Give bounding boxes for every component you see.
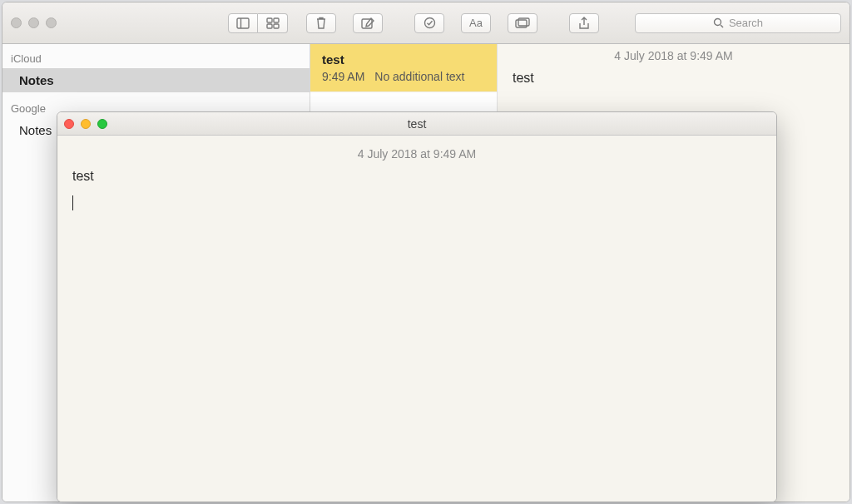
checklist-button[interactable] bbox=[414, 13, 444, 33]
folders-icon bbox=[515, 17, 530, 29]
float-timestamp: 4 July 2018 at 9:49 AM bbox=[57, 136, 776, 169]
svg-line-11 bbox=[721, 25, 723, 27]
main-toolbar: Aa Search bbox=[2, 2, 850, 44]
search-icon bbox=[713, 17, 724, 28]
search-input[interactable]: Search bbox=[635, 13, 841, 33]
svg-point-10 bbox=[714, 19, 721, 26]
sidebar-item-label: Notes bbox=[19, 73, 54, 87]
note-title: test bbox=[322, 52, 485, 67]
float-traffic-lights bbox=[64, 119, 107, 129]
svg-point-7 bbox=[424, 18, 434, 28]
search-placeholder: Search bbox=[729, 17, 763, 29]
editor-content: test bbox=[498, 62, 850, 94]
note-float-window: test 4 July 2018 at 9:49 AM test bbox=[57, 111, 777, 502]
view-grid-button[interactable] bbox=[258, 13, 288, 33]
traffic-light-minimize[interactable] bbox=[81, 119, 91, 129]
delete-button[interactable] bbox=[306, 13, 336, 33]
share-button[interactable] bbox=[569, 13, 599, 33]
note-list-item[interactable]: test 9:49 AM No additional text bbox=[310, 44, 497, 92]
main-traffic-lights bbox=[11, 17, 57, 28]
new-note-button[interactable] bbox=[353, 13, 383, 33]
editor-timestamp: 4 July 2018 at 9:49 AM bbox=[498, 49, 850, 62]
note-subline: 9:49 AM No additional text bbox=[322, 70, 485, 83]
svg-rect-3 bbox=[274, 18, 279, 22]
sidebar-section-header: iCloud bbox=[2, 49, 310, 68]
svg-rect-5 bbox=[274, 24, 279, 28]
format-icon: Aa bbox=[469, 17, 483, 29]
grid-view-icon bbox=[266, 17, 280, 29]
traffic-light-zoom[interactable] bbox=[46, 17, 57, 28]
compose-icon bbox=[361, 17, 374, 29]
traffic-light-close[interactable] bbox=[64, 119, 74, 129]
list-view-icon bbox=[236, 17, 250, 29]
svg-rect-2 bbox=[267, 18, 272, 22]
traffic-light-minimize[interactable] bbox=[28, 17, 39, 28]
traffic-light-zoom[interactable] bbox=[97, 119, 107, 129]
float-text: test bbox=[72, 169, 94, 183]
text-cursor bbox=[72, 195, 73, 210]
folder-button[interactable] bbox=[508, 13, 537, 33]
share-icon bbox=[578, 17, 590, 30]
note-time: 9:49 AM bbox=[322, 70, 364, 83]
svg-rect-4 bbox=[267, 24, 272, 28]
sidebar-item-notes-icloud[interactable]: Notes bbox=[2, 68, 310, 92]
svg-rect-0 bbox=[237, 18, 249, 28]
note-preview: No additional text bbox=[374, 70, 464, 83]
float-editor[interactable]: 4 July 2018 at 9:49 AM test bbox=[57, 136, 776, 502]
float-content: test bbox=[57, 169, 776, 211]
format-button[interactable]: Aa bbox=[461, 13, 491, 33]
traffic-light-close[interactable] bbox=[11, 17, 22, 28]
trash-icon bbox=[315, 17, 327, 29]
checklist-icon bbox=[424, 17, 436, 29]
view-list-button[interactable] bbox=[228, 13, 258, 33]
float-titlebar[interactable]: test bbox=[57, 112, 776, 136]
sidebar-item-label: Notes bbox=[19, 123, 52, 137]
float-window-title: test bbox=[57, 117, 776, 131]
